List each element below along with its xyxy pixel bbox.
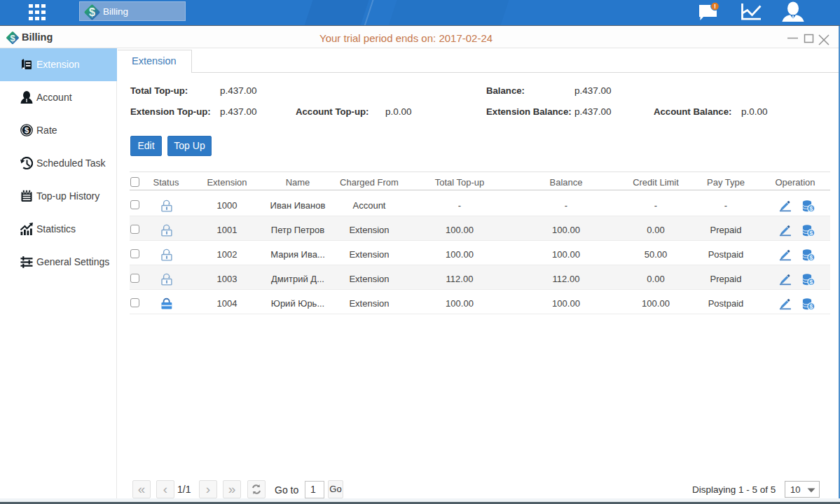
svg-text:!: ! xyxy=(714,3,716,10)
svg-text:$: $ xyxy=(810,278,813,285)
svg-text:$: $ xyxy=(810,253,813,260)
svg-text:$: $ xyxy=(810,204,813,211)
svg-text:$: $ xyxy=(25,126,29,134)
svg-text:$: $ xyxy=(810,302,813,309)
svg-text:$: $ xyxy=(810,229,813,236)
svg-text:$: $ xyxy=(10,32,15,43)
svg-text:$: $ xyxy=(89,6,95,18)
